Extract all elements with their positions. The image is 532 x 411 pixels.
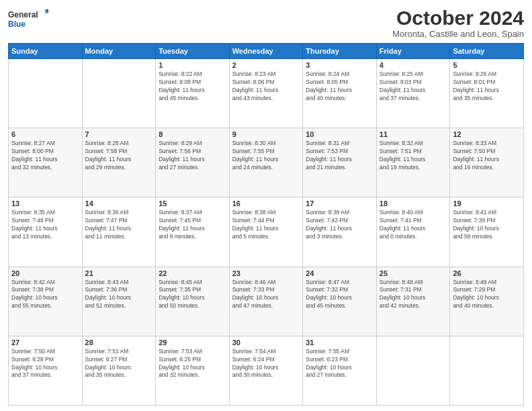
day-info: Sunrise: 7:51 AMSunset: 6:27 PMDaylight:… <box>85 348 153 380</box>
col-monday: Monday <box>82 44 156 59</box>
col-sunday: Sunday <box>9 44 83 59</box>
day-info: Sunrise: 8:28 AMSunset: 7:58 PMDaylight:… <box>85 140 153 172</box>
table-row <box>450 336 524 405</box>
day-number: 25 <box>380 269 447 277</box>
table-row: 30Sunrise: 7:54 AMSunset: 6:24 PMDayligh… <box>229 336 303 405</box>
day-info: Sunrise: 8:32 AMSunset: 7:51 PMDaylight:… <box>380 140 447 172</box>
header-row: Sunday Monday Tuesday Wednesday Thursday… <box>9 44 524 59</box>
day-number: 10 <box>306 130 373 138</box>
table-row: 7Sunrise: 8:28 AMSunset: 7:58 PMDaylight… <box>82 128 156 197</box>
day-info: Sunrise: 8:40 AMSunset: 7:41 PMDaylight:… <box>380 209 447 241</box>
day-number: 28 <box>85 338 153 347</box>
day-number: 23 <box>232 269 300 277</box>
table-row: 14Sunrise: 8:36 AMSunset: 7:47 PMDayligh… <box>82 197 156 267</box>
table-row: 8Sunrise: 8:29 AMSunset: 7:56 PMDaylight… <box>156 128 230 197</box>
day-number: 21 <box>85 269 153 277</box>
day-info: Sunrise: 8:22 AMSunset: 8:08 PMDaylight:… <box>159 71 226 103</box>
logo-icon: General Blue <box>8 7 48 34</box>
day-info: Sunrise: 7:50 AMSunset: 6:28 PMDaylight:… <box>11 348 79 380</box>
day-number: 31 <box>306 338 373 347</box>
table-row: 15Sunrise: 8:37 AMSunset: 7:45 PMDayligh… <box>156 197 230 267</box>
table-row <box>376 336 450 405</box>
table-row: 16Sunrise: 8:38 AMSunset: 7:44 PMDayligh… <box>229 197 303 267</box>
col-saturday: Saturday <box>450 44 524 59</box>
week-row-3: 13Sunrise: 8:35 AMSunset: 7:48 PMDayligh… <box>9 197 524 267</box>
day-info: Sunrise: 8:26 AMSunset: 8:01 PMDaylight:… <box>453 71 521 103</box>
table-row: 3Sunrise: 8:24 AMSunset: 8:05 PMDaylight… <box>303 59 377 128</box>
day-number: 20 <box>11 269 79 277</box>
day-info: Sunrise: 8:43 AMSunset: 7:36 PMDaylight:… <box>85 279 153 311</box>
day-number: 12 <box>453 130 521 138</box>
day-info: Sunrise: 8:23 AMSunset: 8:06 PMDaylight:… <box>232 71 300 103</box>
table-row <box>9 59 83 128</box>
day-number: 27 <box>11 338 79 347</box>
day-number: 13 <box>11 199 79 208</box>
day-info: Sunrise: 8:46 AMSunset: 7:33 PMDaylight:… <box>232 279 300 311</box>
day-info: Sunrise: 8:42 AMSunset: 7:38 PMDaylight:… <box>11 279 79 311</box>
table-row <box>82 59 156 128</box>
day-info: Sunrise: 8:27 AMSunset: 8:00 PMDaylight:… <box>11 140 79 172</box>
week-row-5: 27Sunrise: 7:50 AMSunset: 6:28 PMDayligh… <box>9 336 524 405</box>
table-row: 4Sunrise: 8:25 AMSunset: 8:03 PMDaylight… <box>376 59 450 128</box>
day-info: Sunrise: 8:24 AMSunset: 8:05 PMDaylight:… <box>306 71 373 103</box>
table-row: 22Sunrise: 8:45 AMSunset: 7:35 PMDayligh… <box>156 267 230 336</box>
title-area: October 2024 Moronta, Castille and Leon,… <box>392 7 524 39</box>
svg-text:General: General <box>8 10 38 19</box>
day-info: Sunrise: 8:35 AMSunset: 7:48 PMDaylight:… <box>11 209 79 241</box>
location: Moronta, Castille and Leon, Spain <box>392 29 524 39</box>
day-info: Sunrise: 8:38 AMSunset: 7:44 PMDaylight:… <box>232 209 300 241</box>
day-number: 8 <box>159 130 226 138</box>
day-number: 9 <box>232 130 300 138</box>
day-info: Sunrise: 8:33 AMSunset: 7:50 PMDaylight:… <box>453 140 521 172</box>
month-title: October 2024 <box>392 7 524 29</box>
logo: General Blue <box>8 7 48 34</box>
day-number: 7 <box>85 130 153 138</box>
table-row: 9Sunrise: 8:30 AMSunset: 7:55 PMDaylight… <box>229 128 303 197</box>
day-info: Sunrise: 8:36 AMSunset: 7:47 PMDaylight:… <box>85 209 153 241</box>
day-number: 26 <box>453 269 521 277</box>
day-number: 1 <box>159 61 226 69</box>
day-info: Sunrise: 7:53 AMSunset: 6:25 PMDaylight:… <box>159 348 226 380</box>
table-row: 27Sunrise: 7:50 AMSunset: 6:28 PMDayligh… <box>9 336 83 405</box>
day-info: Sunrise: 8:47 AMSunset: 7:32 PMDaylight:… <box>306 279 373 311</box>
table-row: 19Sunrise: 8:41 AMSunset: 7:39 PMDayligh… <box>450 197 524 267</box>
day-number: 2 <box>232 61 300 69</box>
table-row: 18Sunrise: 8:40 AMSunset: 7:41 PMDayligh… <box>376 197 450 267</box>
svg-text:Blue: Blue <box>8 19 26 29</box>
col-friday: Friday <box>376 44 450 59</box>
day-number: 5 <box>453 61 521 69</box>
day-number: 6 <box>11 130 79 138</box>
table-row: 21Sunrise: 8:43 AMSunset: 7:36 PMDayligh… <box>82 267 156 336</box>
day-info: Sunrise: 8:39 AMSunset: 7:42 PMDaylight:… <box>306 209 373 241</box>
day-number: 30 <box>232 338 300 347</box>
header: General Blue October 2024 Moronta, Casti… <box>8 7 524 39</box>
page: General Blue October 2024 Moronta, Casti… <box>0 0 532 411</box>
table-row: 13Sunrise: 8:35 AMSunset: 7:48 PMDayligh… <box>9 197 83 267</box>
day-info: Sunrise: 8:29 AMSunset: 7:56 PMDaylight:… <box>159 140 226 172</box>
table-row: 26Sunrise: 8:49 AMSunset: 7:29 PMDayligh… <box>450 267 524 336</box>
table-row: 17Sunrise: 8:39 AMSunset: 7:42 PMDayligh… <box>303 197 377 267</box>
day-number: 11 <box>380 130 447 138</box>
calendar-table: Sunday Monday Tuesday Wednesday Thursday… <box>8 43 524 406</box>
table-row: 28Sunrise: 7:51 AMSunset: 6:27 PMDayligh… <box>82 336 156 405</box>
day-info: Sunrise: 8:41 AMSunset: 7:39 PMDaylight:… <box>453 209 521 241</box>
table-row: 10Sunrise: 8:31 AMSunset: 7:53 PMDayligh… <box>303 128 377 197</box>
day-info: Sunrise: 8:45 AMSunset: 7:35 PMDaylight:… <box>159 279 226 311</box>
day-number: 29 <box>159 338 226 347</box>
day-number: 3 <box>306 61 373 69</box>
table-row: 6Sunrise: 8:27 AMSunset: 8:00 PMDaylight… <box>9 128 83 197</box>
day-info: Sunrise: 8:31 AMSunset: 7:53 PMDaylight:… <box>306 140 373 172</box>
table-row: 12Sunrise: 8:33 AMSunset: 7:50 PMDayligh… <box>450 128 524 197</box>
day-number: 14 <box>85 199 153 208</box>
col-thursday: Thursday <box>303 44 377 59</box>
day-number: 19 <box>453 199 521 208</box>
col-tuesday: Tuesday <box>156 44 230 59</box>
day-info: Sunrise: 8:25 AMSunset: 8:03 PMDaylight:… <box>380 71 447 103</box>
day-info: Sunrise: 7:54 AMSunset: 6:24 PMDaylight:… <box>232 348 300 380</box>
day-number: 16 <box>232 199 300 208</box>
day-info: Sunrise: 8:49 AMSunset: 7:29 PMDaylight:… <box>453 279 521 311</box>
day-info: Sunrise: 8:30 AMSunset: 7:55 PMDaylight:… <box>232 140 300 172</box>
day-number: 22 <box>159 269 226 277</box>
day-number: 15 <box>159 199 226 208</box>
day-number: 24 <box>306 269 373 277</box>
